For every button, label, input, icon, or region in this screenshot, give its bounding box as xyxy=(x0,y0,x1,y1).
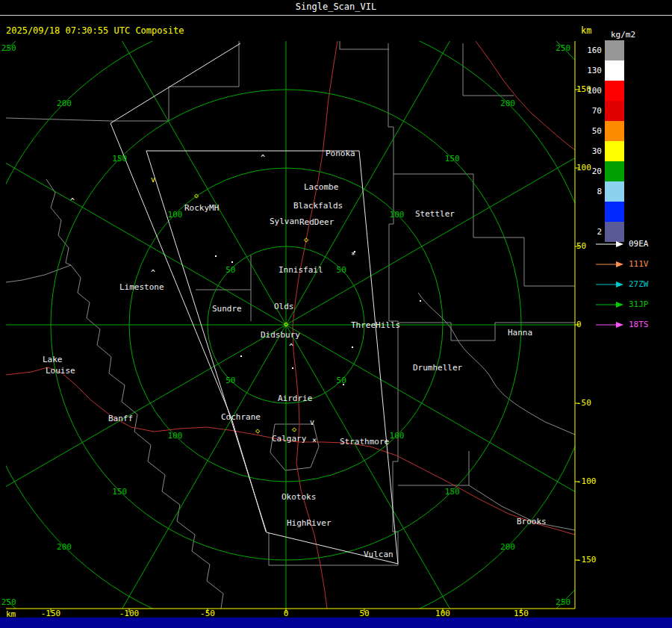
colorbar-value-label: 130 xyxy=(582,66,602,75)
city-label-sundre: Sundre xyxy=(212,305,242,313)
town-dot-marker xyxy=(354,251,355,252)
bottom-axis-tick-label: -150 xyxy=(41,609,61,618)
range-ring-label: 250 xyxy=(556,43,570,52)
range-ring-label: 150 xyxy=(112,487,127,495)
site-id-label: 31JP xyxy=(629,300,649,309)
town-dot-marker xyxy=(240,355,242,357)
marker-diamond-icon: ◇ xyxy=(292,426,296,433)
marker-caret-icon: ^ xyxy=(70,198,75,205)
bottom-axis-tick-label: 0 xyxy=(284,609,289,618)
range-ring-label: 200 xyxy=(500,542,515,550)
city-label-innisfail: Innisfail xyxy=(279,266,323,274)
city-label-drumheller: Drumheller xyxy=(413,364,462,372)
colorbar-swatch xyxy=(605,121,624,141)
site-arrow-icon xyxy=(596,321,624,329)
marker-vee-icon: v xyxy=(310,419,314,426)
site-id-label: 09EA xyxy=(629,240,649,249)
marker-asterisk-icon: * xyxy=(351,252,355,259)
range-ring-label: 50 xyxy=(337,376,346,385)
city-label-rockymh: RockyMH xyxy=(184,204,219,212)
bottom-status-bar xyxy=(0,618,672,628)
city-label-lacombe: Lacombe xyxy=(304,183,338,191)
radar-coverage-outline xyxy=(111,43,398,564)
right-axis-tick-label: 0 xyxy=(576,320,582,329)
city-label-calgary: Calgary xyxy=(272,435,306,443)
marker-diamond-icon: ◇ xyxy=(255,427,260,435)
range-ring-label: 200 xyxy=(500,99,515,108)
range-ring-label: 50 xyxy=(337,265,346,273)
marker-caret-icon: ^ xyxy=(289,343,293,351)
colorbar-swatch xyxy=(605,161,624,181)
range-ring-label: 250 xyxy=(1,598,16,606)
town-dot-marker xyxy=(352,346,353,348)
city-label-stettler: Stettler xyxy=(415,210,455,218)
right-axis-tick-label: 50 xyxy=(576,242,586,250)
radar-map-canvas[interactable] xyxy=(0,0,672,628)
right-axis-tick-label: -50 xyxy=(576,399,591,407)
site-arrow-icon xyxy=(596,281,624,288)
city-label-ponoka: Ponoka xyxy=(326,149,355,158)
colorbar-value-label: 50 xyxy=(582,127,602,135)
right-axis-tick-label: -150 xyxy=(576,556,597,564)
bottom-axis-tick-label: -100 xyxy=(119,609,140,618)
city-label-didsbury: Didsbury xyxy=(261,331,300,339)
radar-app-window: Single_Scan_VIL 2025/09/18 07:30:55 UTC … xyxy=(0,0,672,628)
marker-diamond-icon: ◇ xyxy=(304,236,308,243)
colorbar-swatch xyxy=(605,222,624,242)
city-label-strathmore: Strathmore xyxy=(340,438,389,446)
site-arrow-icon xyxy=(596,301,624,308)
range-ring-label: 250 xyxy=(1,43,16,52)
range-ring-label: 150 xyxy=(112,155,127,163)
colorbar-value-label: 70 xyxy=(582,107,602,115)
colorbar-swatch xyxy=(605,141,624,161)
city-label-lake: Lake xyxy=(43,355,63,364)
site-arrow-icon xyxy=(596,240,624,248)
marker-caret-icon: ^ xyxy=(261,155,265,162)
town-dot-marker xyxy=(343,384,344,385)
range-ring-label: 200 xyxy=(57,99,72,108)
town-dot-marker xyxy=(215,255,217,257)
range-ring-label: 150 xyxy=(445,487,460,495)
city-label-okotoks: Okotoks xyxy=(281,493,316,501)
range-ring-label: 50 xyxy=(225,376,235,385)
range-ring-label: 50 xyxy=(225,265,235,273)
marker-vee-icon: v xyxy=(151,176,155,184)
right-axis-tick-label: -100 xyxy=(576,477,597,485)
marker-x-icon: × xyxy=(312,437,317,444)
city-label-highriver: HighRiver xyxy=(287,519,332,527)
city-label-reddeer: RedDeer xyxy=(299,218,334,226)
town-dot-marker xyxy=(420,300,421,302)
city-label-blackfalds: Blackfalds xyxy=(293,202,343,210)
city-label-vulcan: Vulcan xyxy=(364,550,393,559)
colorbar-swatch xyxy=(605,181,624,202)
colorbar-swatch xyxy=(605,101,624,121)
city-label-brooks: Brooks xyxy=(517,517,547,526)
range-ring-label: 150 xyxy=(445,155,460,163)
colorbar-value-label: 30 xyxy=(582,147,602,155)
range-ring-label: 250 xyxy=(556,598,570,606)
city-label-banff: Banff xyxy=(108,414,133,423)
city-label-sylvan: Sylvan xyxy=(270,217,299,226)
colorbar-swatch xyxy=(605,60,624,81)
site-id-label: 18TS xyxy=(629,320,649,329)
city-label-threehills: ThreeHills xyxy=(351,321,400,329)
colorbar-swatch xyxy=(605,81,624,101)
range-ring-label: 200 xyxy=(57,542,72,550)
colorbar-value-label: 8 xyxy=(582,187,602,196)
bottom-axis-tick-label: -50 xyxy=(200,609,215,618)
colorbar-value-label: 2 xyxy=(582,228,602,236)
colorbar-value-label: 100 xyxy=(582,87,602,95)
colorbar-value-label: 20 xyxy=(582,167,602,175)
range-ring-label: 100 xyxy=(168,432,183,440)
colorbar-unit-label: kg/m2 xyxy=(611,30,635,40)
colorbar-swatch xyxy=(605,40,624,60)
range-ring-label: 100 xyxy=(390,432,405,440)
city-label-hanna: Hanna xyxy=(508,329,532,337)
bottom-axis-tick-label: 100 xyxy=(435,609,450,618)
site-arrow-icon xyxy=(596,261,624,268)
colorbar-value-label: 160 xyxy=(582,46,602,55)
town-dot-marker xyxy=(231,261,233,263)
town-dot-marker xyxy=(292,367,293,369)
bottom-axis-tick-label: 50 xyxy=(359,609,369,618)
city-label-airdrie: Airdrie xyxy=(278,394,312,402)
